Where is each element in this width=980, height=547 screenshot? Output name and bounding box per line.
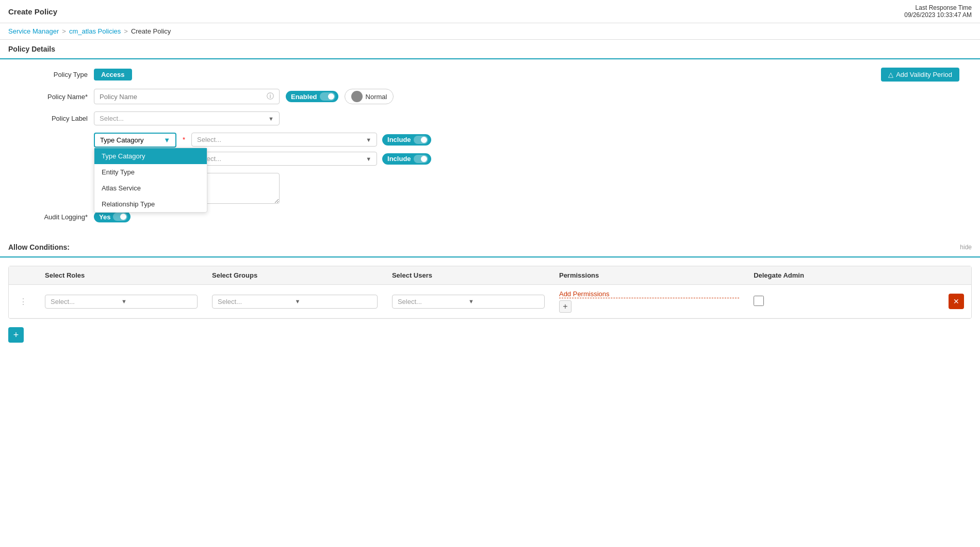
dropdown-item-atlas-service[interactable]: Atlas Service [94,180,207,196]
roles-select[interactable]: Select... ▼ [45,295,198,309]
policy-name-label: Policy Name* [21,93,88,101]
roles-chevron-icon: ▼ [121,298,192,304]
users-cell: Select... ▼ [385,285,552,318]
enabled-label: Enabled [291,93,317,101]
last-response-value: 09/26/2023 10:33:47 AM [904,11,972,19]
groups-col-header: Select Groups [205,266,385,285]
hide-link[interactable]: hide [960,244,972,251]
type-category-container: Type Catagory ▼ Type Catagory Entity Typ… [94,133,176,148]
type-category-form-label [21,133,88,136]
add-permissions-plus-button[interactable]: + [559,300,571,313]
allow-conditions-title: Allow Conditions: [8,243,70,251]
drag-cell: ⋮ [9,285,38,318]
delegate-admin-checkbox[interactable] [754,296,764,306]
drag-col-header [9,266,38,285]
include-label1: Include [387,136,411,143]
type-select2-placeholder: Select... [197,155,366,163]
add-row-button[interactable]: + [8,327,24,343]
include-mini-toggle2[interactable] [414,155,428,163]
add-validity-icon: △ [888,71,893,78]
dropdown-item-type-category[interactable]: Type Catagory [94,148,207,164]
policy-name-input[interactable] [100,93,264,101]
normal-toggle-group: Normal [345,89,394,104]
type-category-button[interactable]: Type Catagory ▼ [94,133,176,148]
policy-label-select[interactable]: Select... ▼ [94,111,280,125]
enabled-toggle[interactable] [320,92,335,101]
table-row: ⋮ Select... ▼ Select... ▼ Selec [9,285,971,318]
conditions-table-body: ⋮ Select... ▼ Select... ▼ Selec [9,285,971,318]
audit-mini-toggle[interactable] [113,213,127,221]
type-select1-placeholder: Select... [197,136,366,143]
delete-cell: ✕ [941,285,971,318]
include-mini-toggle1[interactable] [414,136,428,144]
roles-placeholder: Select... [51,298,121,305]
breadcrumb-sep1: > [62,27,66,35]
normal-label: Normal [366,93,387,101]
breadcrumb-policies[interactable]: cm_atlas Policies [69,27,121,35]
type-category-chevron-icon: ▼ [164,136,170,144]
dropdown-item-entity-type[interactable]: Entity Type [94,164,207,180]
users-select[interactable]: Select... ▼ [392,295,545,309]
delegate-admin-cell [746,285,941,318]
type-select2[interactable]: Select... ▼ [191,152,377,166]
type-select1-chevron-icon: ▼ [366,137,371,143]
users-placeholder: Select... [398,298,468,305]
allow-conditions-header: Allow Conditions: hide [0,238,980,258]
include-label2: Include [387,155,411,163]
add-permissions-link[interactable]: Add Permissions [559,290,739,298]
roles-col-header: Select Roles [38,266,205,285]
top-bar: Create Policy Last Response Time 09/26/2… [0,0,980,23]
policy-label-row: Policy Label Select... ▼ [21,111,959,125]
type-select2-chevron-icon: ▼ [366,156,371,162]
conditions-table-head: Select Roles Select Groups Select Users … [9,266,971,285]
permissions-col-header: Permissions [552,266,746,285]
dropdown-item-relationship-type[interactable]: Relationship Type [94,196,207,212]
conditions-table: Select Roles Select Groups Select Users … [9,266,971,318]
policy-details-form: Policy Type Access △ Add Validity Period… [0,59,980,238]
groups-cell: Select... ▼ [205,285,385,318]
type-select-pairs: Select... ▼ Include Select... ▼ Include [191,133,431,166]
type-category-btn-label: Type Catagory [100,136,144,144]
last-response-label: Last Response Time [904,4,972,11]
drag-handle-icon[interactable]: ⋮ [16,297,30,306]
include-toggle2[interactable]: Include [382,153,431,165]
audit-yes-toggle[interactable]: Yes [94,211,130,222]
users-chevron-icon: ▼ [468,298,539,304]
action-col-header [941,266,971,285]
type-category-dropdown: Type Catagory Entity Type Atlas Service … [94,148,207,213]
enabled-toggle-group[interactable]: Enabled [286,91,338,102]
conditions-table-header-row: Select Roles Select Groups Select Users … [9,266,971,285]
groups-select[interactable]: Select... ▼ [212,295,378,309]
include-toggle1[interactable]: Include [382,134,431,146]
audit-yes-label: Yes [99,213,110,221]
roles-cell: Select... ▼ [38,285,205,318]
normal-circle-icon [351,91,363,102]
policy-name-row: Policy Name* ⓘ Enabled Normal [21,89,959,104]
info-icon: ⓘ [267,92,274,101]
groups-placeholder: Select... [218,298,295,305]
breadcrumb-sep2: > [124,27,128,35]
delete-row-button[interactable]: ✕ [949,294,964,309]
last-response: Last Response Time 09/26/2023 10:33:47 A… [904,4,972,19]
breadcrumb: Service Manager > cm_atlas Policies > Cr… [0,23,980,40]
breadcrumb-service-manager[interactable]: Service Manager [8,27,59,35]
policy-label-placeholder: Select... [100,115,268,122]
policy-type-badge: Access [94,69,132,81]
groups-chevron-icon: ▼ [295,298,371,304]
type-select1[interactable]: Select... ▼ [191,133,377,147]
audit-logging-label: Audit Logging* [21,213,88,221]
add-validity-period-button[interactable]: △ Add Validity Period [881,68,959,82]
permissions-cell: Add Permissions + [552,285,746,318]
policy-type-left: Policy Type Access [21,69,132,81]
policy-type-label: Policy Type [21,71,88,78]
policy-name-input-wrapper: ⓘ [94,89,280,104]
type-select-row1: Select... ▼ Include [191,133,431,147]
users-col-header: Select Users [385,266,552,285]
add-validity-label: Add Validity Period [896,71,952,78]
policy-label-label: Policy Label [21,115,88,122]
breadcrumb-current: Create Policy [131,27,171,35]
policy-details-section-header: Policy Details [0,40,980,59]
conditions-table-container: Select Roles Select Groups Select Users … [8,266,972,319]
type-select-row2: Select... ▼ Include [191,152,431,166]
delegate-admin-col-header: Delegate Admin [746,266,941,285]
